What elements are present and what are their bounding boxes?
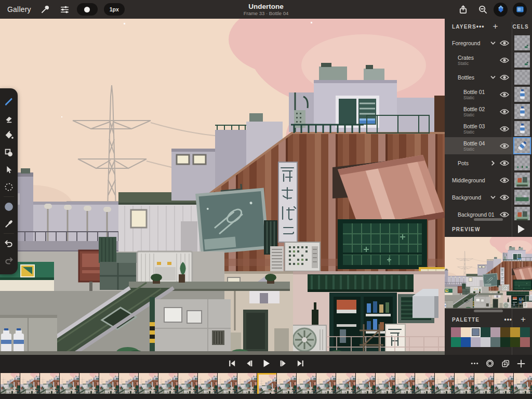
- layer-visibility-toggle[interactable]: [499, 125, 510, 132]
- gallery-button[interactable]: Gallery: [7, 5, 31, 14]
- artwork-canvas[interactable]: [0, 19, 445, 355]
- palette-swatch[interactable]: [520, 337, 530, 347]
- palette-swatch[interactable]: [451, 327, 461, 337]
- palette-swatch[interactable]: [500, 337, 510, 347]
- palette-swatch[interactable]: [490, 337, 500, 347]
- timeline-more-button[interactable]: [470, 359, 479, 368]
- timeline-frame-12[interactable]: [218, 373, 237, 394]
- duplicate-frame-button[interactable]: [501, 359, 510, 368]
- timeline-frame-1[interactable]: [1, 373, 20, 394]
- layer-row-bottles[interactable]: Bottles: [445, 69, 532, 86]
- timeline-frame-20[interactable]: [376, 373, 395, 394]
- layer-row-bottle-03[interactable]: Bottle 03 Static: [445, 120, 532, 137]
- layer-visibility-toggle[interactable]: [499, 74, 510, 81]
- timeline-frame-21[interactable]: [395, 373, 415, 394]
- palette-swatch[interactable]: [461, 327, 471, 337]
- cel-thumbnail[interactable]: [514, 52, 530, 68]
- layer-row-bottle-01[interactable]: Bottle 01 Static: [445, 86, 532, 103]
- timeline-frame-2[interactable]: [20, 373, 39, 394]
- timeline-frame-5[interactable]: [79, 373, 99, 394]
- timeline-frame-10[interactable]: [178, 373, 197, 394]
- skip-to-start-button[interactable]: [227, 359, 236, 368]
- timeline-frame-8[interactable]: [139, 373, 158, 394]
- timeline-frame-26[interactable]: [494, 373, 513, 394]
- timeline-frame-6[interactable]: [99, 373, 118, 394]
- layer-row-background[interactable]: Background: [445, 189, 532, 206]
- step-forward-button[interactable]: [278, 359, 288, 368]
- fill-tool-button[interactable]: [0, 127, 18, 144]
- cel-thumbnail[interactable]: [514, 121, 530, 136]
- color-swatch-button[interactable]: [0, 198, 18, 215]
- layer-visibility-toggle[interactable]: [499, 159, 510, 167]
- zoom-out-icon[interactable]: [477, 4, 488, 15]
- timeline-frame-16[interactable]: [297, 373, 316, 394]
- wrench-icon[interactable]: [39, 4, 51, 15]
- shapes-tool-button[interactable]: [0, 144, 18, 161]
- step-backward-button[interactable]: [244, 359, 254, 368]
- play-button[interactable]: [261, 359, 271, 368]
- chevron-right-icon[interactable]: [490, 160, 496, 166]
- timeline-frame-14[interactable]: [257, 373, 276, 394]
- palette-swatch[interactable]: [510, 337, 520, 347]
- layer-visibility-toggle[interactable]: [499, 57, 510, 64]
- add-frame-button[interactable]: [516, 359, 526, 368]
- pencil-tool-button[interactable]: [0, 92, 18, 110]
- selection-tool-button[interactable]: [0, 178, 18, 195]
- timeline-frame-4[interactable]: [60, 373, 79, 394]
- timeline-frame-7[interactable]: [119, 373, 138, 394]
- timeline-frame-17[interactable]: [316, 373, 336, 394]
- palette-swatch[interactable]: [471, 327, 481, 337]
- layer-row-bottle-04[interactable]: Bottle 04 Static: [445, 137, 532, 154]
- cel-thumbnail[interactable]: [514, 155, 530, 170]
- chevron-down-icon[interactable]: [490, 194, 496, 201]
- transform-button[interactable]: [494, 3, 508, 17]
- palette-swatch[interactable]: [520, 327, 530, 337]
- palette-resize-handle[interactable]: [474, 310, 503, 312]
- cel-thumbnail[interactable]: [514, 87, 530, 102]
- palette-swatch[interactable]: [490, 327, 500, 337]
- timeline-frame-22[interactable]: [415, 373, 434, 394]
- layer-visibility-toggle[interactable]: [499, 177, 510, 184]
- timeline-frame-24[interactable]: [455, 373, 474, 394]
- cel-thumbnail[interactable]: [514, 138, 530, 153]
- onion-skin-button[interactable]: [485, 359, 495, 368]
- palette-swatch[interactable]: [510, 327, 520, 337]
- layer-visibility-toggle[interactable]: [499, 91, 510, 98]
- layer-visibility-toggle[interactable]: [499, 142, 510, 150]
- cel-thumbnail[interactable]: [514, 172, 530, 188]
- palette-swatch[interactable]: [451, 337, 461, 347]
- layer-visibility-toggle[interactable]: [499, 194, 510, 201]
- timeline-frame-11[interactable]: [198, 373, 217, 394]
- skip-to-end-button[interactable]: [296, 359, 305, 368]
- timeline-frame-18[interactable]: [336, 373, 355, 394]
- palette-swatch[interactable]: [481, 337, 490, 347]
- cel-thumbnail[interactable]: [514, 35, 530, 50]
- timeline-frame-23[interactable]: [435, 373, 454, 394]
- palette-swatch[interactable]: [461, 337, 471, 347]
- timeline-frame-9[interactable]: [158, 373, 178, 394]
- undo-button[interactable]: [0, 235, 18, 252]
- layer-visibility-toggle[interactable]: [499, 108, 510, 115]
- layer-row-foreground[interactable]: Foreground: [445, 34, 532, 51]
- timeline-frame-19[interactable]: [356, 373, 375, 394]
- layer-visibility-toggle[interactable]: [499, 211, 510, 218]
- chevron-down-icon[interactable]: [490, 40, 496, 46]
- panels-toggle-button[interactable]: [513, 3, 527, 17]
- add-color-button[interactable]: +: [521, 317, 526, 322]
- layer-row-crates[interactable]: Crates Static: [445, 51, 532, 69]
- add-layer-button[interactable]: +: [493, 24, 498, 29]
- chevron-down-icon[interactable]: [490, 74, 496, 81]
- palette-swatch[interactable]: [481, 327, 490, 337]
- share-icon[interactable]: [457, 4, 469, 15]
- timeline-frame-25[interactable]: [474, 373, 494, 394]
- preview-play-button[interactable]: [518, 225, 525, 233]
- cel-thumbnail[interactable]: [514, 190, 530, 205]
- layer-row-bottle-02[interactable]: Bottle 02 Static: [445, 103, 532, 120]
- redo-button[interactable]: [0, 252, 18, 269]
- layer-row-pots[interactable]: Pots: [445, 154, 532, 171]
- preview-image[interactable]: [445, 237, 532, 309]
- layer-row-middleground[interactable]: Middleground: [445, 171, 532, 189]
- timeline-frame-13[interactable]: [237, 373, 257, 394]
- adjustments-icon[interactable]: [59, 4, 71, 15]
- palette-more-button[interactable]: •••: [504, 316, 512, 323]
